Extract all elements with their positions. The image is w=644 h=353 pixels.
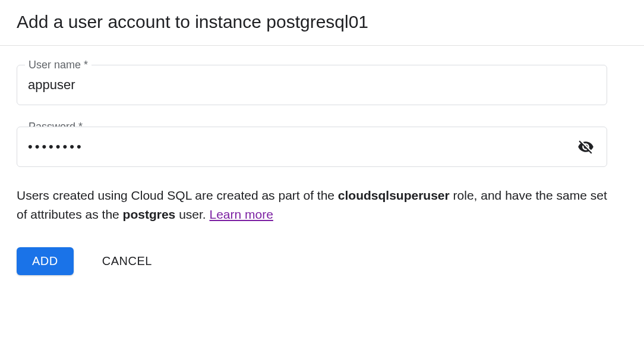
page-header: Add a user account to instance postgresq… <box>0 0 644 46</box>
username-label: User name * <box>25 59 91 71</box>
description-bold2: postgres <box>123 207 176 221</box>
description-text: Users created using Cloud SQL are create… <box>17 186 607 223</box>
add-button[interactable]: ADD <box>17 247 74 275</box>
button-row: ADD CANCEL <box>17 247 607 275</box>
username-field-group: User name * <box>17 65 607 105</box>
form-container: User name * Password * Users created usi… <box>0 46 624 294</box>
password-field-group: Password * <box>17 127 607 167</box>
password-visibility-toggle[interactable] <box>574 135 598 159</box>
description-bold1: cloudsqlsuperuser <box>338 188 450 202</box>
page-title: Add a user account to instance postgresq… <box>17 12 627 32</box>
description-post: user. <box>175 207 209 221</box>
username-input[interactable] <box>17 65 607 105</box>
password-wrapper <box>17 127 607 167</box>
visibility-off-icon <box>577 138 594 155</box>
learn-more-link[interactable]: Learn more <box>210 207 273 221</box>
cancel-button[interactable]: CANCEL <box>97 247 157 275</box>
description-pre: Users created using Cloud SQL are create… <box>17 188 338 202</box>
password-input[interactable] <box>17 127 607 167</box>
